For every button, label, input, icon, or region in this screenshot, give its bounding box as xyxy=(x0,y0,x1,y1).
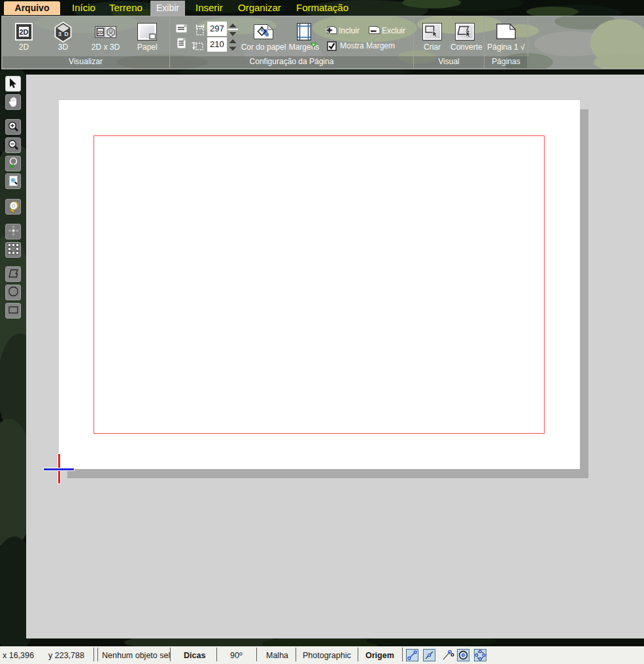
svg-text:D: D xyxy=(64,31,69,37)
svg-text:3: 3 xyxy=(58,31,61,37)
svg-text:2D: 2D xyxy=(97,30,103,35)
svg-text:2D: 2D xyxy=(19,28,28,36)
